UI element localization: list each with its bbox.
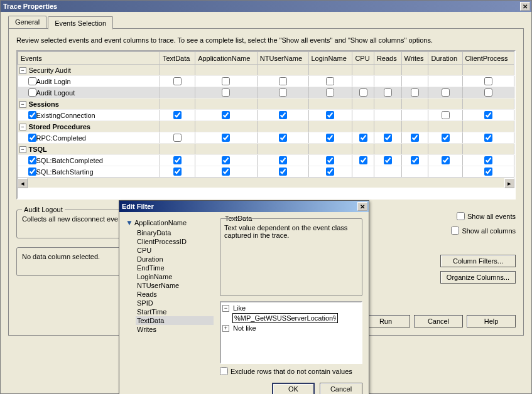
column-checkbox[interactable] — [484, 111, 492, 119]
column-checkbox[interactable] — [411, 156, 419, 164]
filter-col-item[interactable]: SPID — [136, 299, 214, 307]
show-all-events-row[interactable]: Show all events — [457, 212, 516, 220]
column-checkbox[interactable] — [326, 134, 334, 142]
column-checkbox[interactable] — [222, 168, 230, 176]
column-checkbox[interactable] — [326, 168, 334, 176]
filter-col-item[interactable]: ClientProcessID — [136, 237, 214, 246]
column-header[interactable]: LoginName — [308, 52, 352, 65]
column-checkbox[interactable] — [222, 88, 230, 97]
column-checkbox[interactable] — [384, 156, 392, 164]
event-enable-checkbox[interactable] — [28, 88, 36, 97]
event-enable-checkbox[interactable] — [28, 134, 36, 142]
column-checkbox[interactable] — [279, 88, 287, 97]
column-checkbox[interactable] — [222, 134, 230, 142]
column-checkbox[interactable] — [326, 88, 334, 97]
column-checkbox[interactable] — [279, 111, 287, 119]
column-checkbox[interactable] — [222, 111, 230, 119]
column-checkbox[interactable] — [173, 168, 182, 176]
column-checkbox[interactable] — [442, 88, 450, 97]
column-checkbox[interactable] — [279, 156, 287, 164]
column-checkbox[interactable] — [359, 156, 367, 164]
column-header[interactable]: ClientProcess — [462, 52, 514, 65]
modal-cancel-button[interactable]: Cancel — [320, 383, 362, 394]
column-checkbox[interactable] — [173, 111, 182, 119]
column-header[interactable]: Events — [18, 52, 160, 65]
filter-col-item[interactable]: Reads — [136, 290, 214, 299]
column-checkbox[interactable] — [484, 88, 492, 97]
filter-col-item[interactable]: NTUserName — [136, 281, 214, 290]
collapse-icon[interactable]: − — [19, 146, 26, 153]
group-row[interactable]: −Sessions — [18, 98, 514, 110]
column-header[interactable]: Writes — [401, 52, 428, 65]
column-checkbox[interactable] — [484, 77, 492, 85]
column-checkbox[interactable] — [442, 134, 450, 142]
column-checkbox[interactable] — [384, 134, 392, 142]
expand-notlike-icon[interactable]: + — [222, 325, 229, 332]
modal-close-button[interactable]: ✕ — [357, 202, 367, 211]
collapse-icon[interactable]: − — [19, 67, 26, 74]
show-all-columns-row[interactable]: Show all columns — [451, 226, 516, 235]
column-checkbox[interactable] — [279, 168, 287, 176]
events-grid[interactable]: EventsTextDataApplicationNameNTUserNameL… — [16, 50, 516, 200]
column-checkbox[interactable] — [279, 134, 287, 142]
column-checkbox[interactable] — [442, 111, 450, 119]
event-row[interactable]: SQL:BatchStarting — [18, 166, 514, 178]
filter-col-item[interactable]: BinaryData — [136, 228, 214, 237]
filter-col-item[interactable]: ApplicationName — [134, 219, 187, 226]
show-all-events-checkbox[interactable] — [457, 212, 465, 220]
event-row[interactable]: Audit Login — [18, 76, 514, 87]
filter-col-item[interactable]: CPU — [136, 246, 214, 255]
column-checkbox[interactable] — [279, 77, 287, 85]
filter-col-item[interactable]: LoginName — [136, 272, 214, 281]
column-checkbox[interactable] — [326, 77, 334, 85]
column-checkbox[interactable] — [411, 134, 419, 142]
column-checkbox[interactable] — [484, 156, 492, 164]
column-header[interactable]: CPU — [352, 52, 374, 65]
exclude-rows-checkbox[interactable] — [220, 367, 228, 375]
scroll-left-arrow[interactable]: ◂ — [18, 178, 28, 188]
column-header[interactable]: ApplicationName — [195, 52, 258, 65]
column-checkbox[interactable] — [173, 134, 182, 142]
column-checkbox[interactable] — [326, 156, 334, 164]
like-value-input[interactable] — [232, 313, 338, 323]
column-checkbox[interactable] — [411, 88, 419, 97]
column-checkbox[interactable] — [359, 88, 367, 97]
column-header[interactable]: TextData — [160, 52, 195, 65]
event-enable-checkbox[interactable] — [28, 77, 36, 85]
filter-col-item[interactable]: TextData — [136, 316, 214, 325]
tree-notlike-label[interactable]: Not like — [233, 324, 256, 332]
tree-like-label[interactable]: Like — [233, 304, 246, 312]
column-checkbox[interactable] — [442, 156, 450, 164]
event-row[interactable]: Audit Logout — [18, 87, 514, 98]
event-enable-checkbox[interactable] — [28, 111, 36, 119]
collapse-icon[interactable]: − — [19, 101, 26, 108]
tab-general[interactable]: General — [8, 16, 46, 29]
collapse-icon[interactable]: − — [19, 124, 26, 130]
scroll-right-arrow[interactable]: ▸ — [504, 178, 514, 188]
filter-col-item[interactable]: StartTime — [136, 307, 214, 316]
event-enable-checkbox[interactable] — [28, 156, 36, 164]
close-button[interactable]: ✕ — [520, 2, 530, 11]
horizontal-scrollbar[interactable]: ◂ ▸ — [18, 178, 514, 188]
column-checkbox[interactable] — [359, 134, 367, 142]
group-row[interactable]: −TSQL — [18, 144, 514, 155]
filter-col-item[interactable]: Writes — [136, 325, 214, 334]
organize-columns-button[interactable]: Organize Columns... — [440, 271, 516, 284]
event-enable-checkbox[interactable] — [28, 168, 36, 176]
column-checkbox[interactable] — [173, 77, 182, 85]
column-checkbox[interactable] — [222, 77, 230, 85]
group-row[interactable]: −Stored Procedures — [18, 121, 514, 132]
column-checkbox[interactable] — [384, 88, 392, 97]
column-checkbox[interactable] — [326, 111, 334, 119]
filter-tree[interactable]: − Like + Not like — [220, 301, 362, 364]
modal-ok-button[interactable]: OK — [272, 383, 315, 394]
column-header[interactable]: NTUserName — [257, 52, 308, 65]
cancel-button[interactable]: Cancel — [414, 315, 463, 327]
help-button[interactable]: Help — [467, 315, 516, 327]
show-all-columns-checkbox[interactable] — [451, 226, 459, 235]
filter-col-item[interactable]: Duration — [136, 255, 214, 264]
filter-col-item[interactable]: EndTime — [136, 264, 214, 272]
exclude-rows-row[interactable]: Exclude rows that do not contain values — [220, 367, 352, 375]
event-row[interactable]: SQL:BatchCompleted — [18, 155, 514, 166]
group-row[interactable]: −Security Audit — [18, 65, 514, 76]
